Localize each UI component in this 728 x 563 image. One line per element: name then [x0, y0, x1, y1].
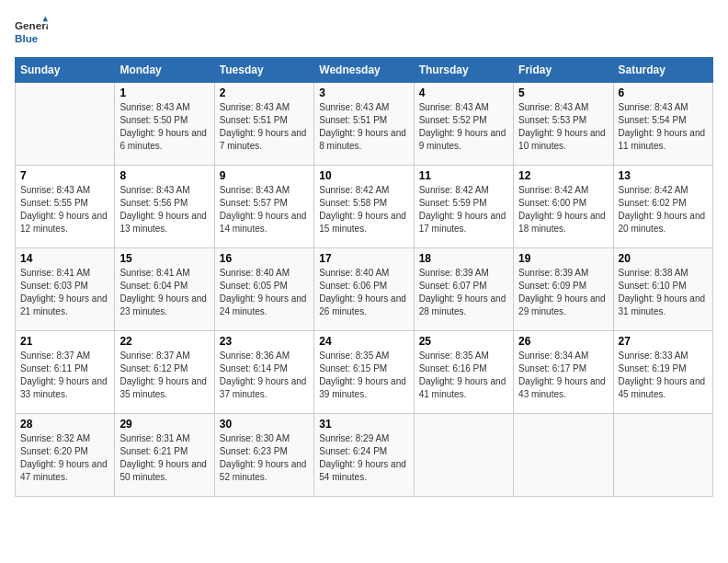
- calendar-cell: 21Sunrise: 8:37 AMSunset: 6:11 PMDayligh…: [16, 331, 115, 414]
- day-number: 27: [619, 335, 708, 348]
- calendar-cell: 8Sunrise: 8:43 AMSunset: 5:56 PMDaylight…: [115, 166, 214, 248]
- logo-icon: General Blue: [15, 15, 48, 48]
- day-number: 12: [518, 169, 608, 182]
- day-info: Sunrise: 8:42 AMSunset: 5:58 PMDaylight:…: [319, 184, 408, 236]
- calendar-cell: 7Sunrise: 8:43 AMSunset: 5:55 PMDaylight…: [16, 166, 115, 248]
- calendar-cell: 30Sunrise: 8:30 AMSunset: 6:23 PMDayligh…: [214, 414, 313, 497]
- calendar-cell: [514, 414, 613, 497]
- day-number: 11: [419, 169, 508, 182]
- calendar-cell: 24Sunrise: 8:35 AMSunset: 6:15 PMDayligh…: [314, 331, 414, 414]
- calendar-cell: 1Sunrise: 8:43 AMSunset: 5:50 PMDaylight…: [115, 83, 214, 166]
- column-header-wednesday: Wednesday: [314, 58, 414, 83]
- day-number: 30: [220, 418, 309, 431]
- day-info: Sunrise: 8:43 AMSunset: 5:53 PMDaylight:…: [518, 101, 608, 153]
- day-number: 14: [20, 252, 109, 265]
- page-header: General Blue: [15, 15, 713, 48]
- day-info: Sunrise: 8:43 AMSunset: 5:50 PMDaylight:…: [119, 101, 209, 153]
- column-header-tuesday: Tuesday: [214, 58, 313, 83]
- day-info: Sunrise: 8:42 AMSunset: 5:59 PMDaylight:…: [419, 184, 508, 236]
- column-header-thursday: Thursday: [414, 58, 513, 83]
- calendar-cell: 6Sunrise: 8:43 AMSunset: 5:54 PMDaylight…: [613, 83, 712, 166]
- calendar-cell: 13Sunrise: 8:42 AMSunset: 6:02 PMDayligh…: [613, 166, 712, 248]
- calendar-cell: 31Sunrise: 8:29 AMSunset: 6:24 PMDayligh…: [314, 414, 414, 497]
- day-info: Sunrise: 8:35 AMSunset: 6:16 PMDaylight:…: [419, 350, 508, 401]
- day-info: Sunrise: 8:42 AMSunset: 6:02 PMDaylight:…: [619, 184, 708, 236]
- day-number: 10: [319, 169, 408, 182]
- day-number: 20: [619, 252, 708, 265]
- day-number: 15: [119, 252, 209, 265]
- day-info: Sunrise: 8:40 AMSunset: 6:05 PMDaylight:…: [220, 267, 309, 318]
- column-header-monday: Monday: [115, 58, 214, 83]
- day-number: 22: [119, 335, 209, 348]
- day-number: 25: [419, 335, 508, 348]
- day-info: Sunrise: 8:31 AMSunset: 6:21 PMDaylight:…: [119, 432, 209, 484]
- day-number: 4: [419, 86, 508, 99]
- day-info: Sunrise: 8:34 AMSunset: 6:17 PMDaylight:…: [518, 350, 608, 401]
- day-info: Sunrise: 8:43 AMSunset: 5:57 PMDaylight:…: [220, 184, 309, 236]
- day-info: Sunrise: 8:43 AMSunset: 5:55 PMDaylight:…: [20, 184, 109, 236]
- day-number: 28: [20, 418, 109, 431]
- day-info: Sunrise: 8:36 AMSunset: 6:14 PMDaylight:…: [220, 350, 309, 401]
- column-header-saturday: Saturday: [613, 58, 712, 83]
- day-number: 19: [518, 252, 608, 265]
- day-number: 2: [220, 86, 309, 99]
- column-header-sunday: Sunday: [16, 58, 115, 83]
- day-number: 17: [319, 252, 408, 265]
- svg-text:Blue: Blue: [15, 32, 39, 44]
- calendar-cell: 23Sunrise: 8:36 AMSunset: 6:14 PMDayligh…: [214, 331, 313, 414]
- calendar-cell: 17Sunrise: 8:40 AMSunset: 6:06 PMDayligh…: [314, 248, 414, 331]
- day-info: Sunrise: 8:30 AMSunset: 6:23 PMDaylight:…: [220, 432, 309, 484]
- day-number: 21: [20, 335, 109, 348]
- logo: General Blue: [15, 15, 48, 48]
- calendar-cell: 3Sunrise: 8:43 AMSunset: 5:51 PMDaylight…: [314, 83, 414, 166]
- day-number: 5: [518, 86, 608, 99]
- calendar-cell: 27Sunrise: 8:33 AMSunset: 6:19 PMDayligh…: [613, 331, 712, 414]
- calendar-cell: [16, 83, 115, 166]
- day-info: Sunrise: 8:35 AMSunset: 6:15 PMDaylight:…: [319, 350, 408, 401]
- calendar-cell: 22Sunrise: 8:37 AMSunset: 6:12 PMDayligh…: [115, 331, 214, 414]
- calendar-cell: 18Sunrise: 8:39 AMSunset: 6:07 PMDayligh…: [414, 248, 513, 331]
- day-number: 26: [518, 335, 608, 348]
- day-info: Sunrise: 8:43 AMSunset: 5:51 PMDaylight:…: [220, 101, 309, 153]
- calendar-cell: 9Sunrise: 8:43 AMSunset: 5:57 PMDaylight…: [214, 166, 313, 248]
- day-info: Sunrise: 8:29 AMSunset: 6:24 PMDaylight:…: [319, 432, 408, 484]
- calendar-cell: 10Sunrise: 8:42 AMSunset: 5:58 PMDayligh…: [314, 166, 414, 248]
- day-info: Sunrise: 8:43 AMSunset: 5:56 PMDaylight:…: [119, 184, 209, 236]
- day-number: 23: [220, 335, 309, 348]
- calendar-cell: 11Sunrise: 8:42 AMSunset: 5:59 PMDayligh…: [414, 166, 513, 248]
- day-number: 3: [319, 86, 408, 99]
- day-info: Sunrise: 8:33 AMSunset: 6:19 PMDaylight:…: [619, 350, 708, 401]
- calendar-cell: 5Sunrise: 8:43 AMSunset: 5:53 PMDaylight…: [514, 83, 613, 166]
- day-number: 29: [119, 418, 209, 431]
- day-number: 9: [220, 169, 309, 182]
- day-info: Sunrise: 8:37 AMSunset: 6:11 PMDaylight:…: [20, 350, 109, 401]
- day-info: Sunrise: 8:43 AMSunset: 5:51 PMDaylight:…: [319, 101, 408, 153]
- calendar-cell: 4Sunrise: 8:43 AMSunset: 5:52 PMDaylight…: [414, 83, 513, 166]
- day-info: Sunrise: 8:38 AMSunset: 6:10 PMDaylight:…: [619, 267, 708, 318]
- svg-text:General: General: [15, 19, 48, 31]
- calendar-cell: 15Sunrise: 8:41 AMSunset: 6:04 PMDayligh…: [115, 248, 214, 331]
- calendar-cell: 29Sunrise: 8:31 AMSunset: 6:21 PMDayligh…: [115, 414, 214, 497]
- day-info: Sunrise: 8:43 AMSunset: 5:52 PMDaylight:…: [419, 101, 508, 153]
- calendar-cell: 25Sunrise: 8:35 AMSunset: 6:16 PMDayligh…: [414, 331, 513, 414]
- day-info: Sunrise: 8:42 AMSunset: 6:00 PMDaylight:…: [518, 184, 608, 236]
- calendar-cell: 20Sunrise: 8:38 AMSunset: 6:10 PMDayligh…: [613, 248, 712, 331]
- column-header-friday: Friday: [514, 58, 613, 83]
- calendar-cell: 16Sunrise: 8:40 AMSunset: 6:05 PMDayligh…: [214, 248, 313, 331]
- calendar-cell: 14Sunrise: 8:41 AMSunset: 6:03 PMDayligh…: [16, 248, 115, 331]
- day-info: Sunrise: 8:41 AMSunset: 6:04 PMDaylight:…: [119, 267, 209, 318]
- calendar-cell: 26Sunrise: 8:34 AMSunset: 6:17 PMDayligh…: [514, 331, 613, 414]
- day-info: Sunrise: 8:39 AMSunset: 6:07 PMDaylight:…: [419, 267, 508, 318]
- day-number: 16: [220, 252, 309, 265]
- day-number: 13: [619, 169, 708, 182]
- calendar-cell: [613, 414, 712, 497]
- day-info: Sunrise: 8:32 AMSunset: 6:20 PMDaylight:…: [20, 432, 109, 484]
- day-number: 31: [319, 418, 408, 431]
- day-info: Sunrise: 8:41 AMSunset: 6:03 PMDaylight:…: [20, 267, 109, 318]
- day-number: 8: [119, 169, 209, 182]
- day-number: 1: [119, 86, 209, 99]
- calendar-cell: 2Sunrise: 8:43 AMSunset: 5:51 PMDaylight…: [214, 83, 313, 166]
- calendar-table: SundayMondayTuesdayWednesdayThursdayFrid…: [15, 57, 713, 497]
- calendar-cell: 12Sunrise: 8:42 AMSunset: 6:00 PMDayligh…: [514, 166, 613, 248]
- calendar-cell: 28Sunrise: 8:32 AMSunset: 6:20 PMDayligh…: [16, 414, 115, 497]
